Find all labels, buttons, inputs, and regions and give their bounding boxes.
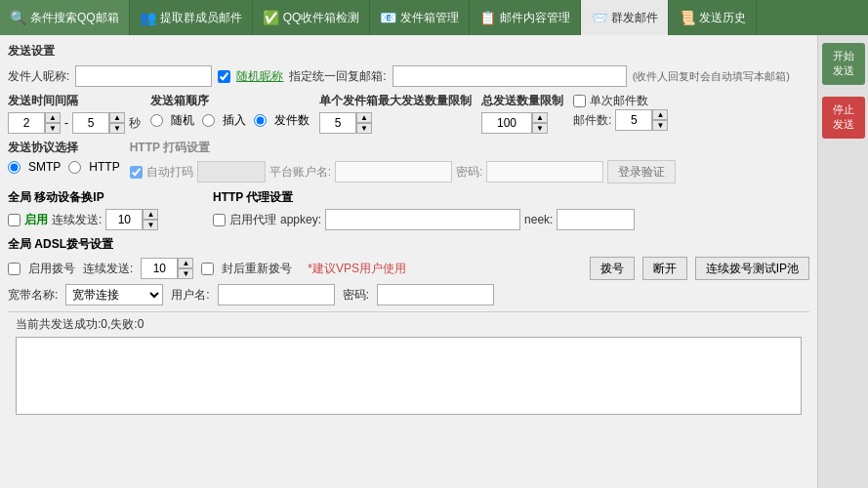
interval-from-btns: ▲ ▼ — [45, 112, 61, 134]
order-sendcount-label: 发件数 — [274, 112, 310, 129]
content-icon: 📋 — [479, 10, 496, 25]
http-settings-col: HTTP 打码设置 自动打码 平台账户名: 密码: 登录验证 — [130, 140, 809, 183]
stop-send-btn[interactable]: 停止发送 — [822, 97, 865, 139]
max-input[interactable] — [319, 112, 356, 134]
http-platform-input[interactable] — [335, 161, 452, 183]
order-insert-radio[interactable] — [202, 114, 215, 127]
status-text: 当前共发送成功:0,失败:0 — [16, 317, 144, 331]
adsl-test-btn[interactable]: 连续拨号测试IP池 — [695, 257, 809, 280]
interval-from-spinner: ▲ ▼ — [8, 112, 61, 134]
right-sidebar: 开始发送 停止发送 — [817, 35, 868, 488]
adsl-row2: 宽带名称: 宽带连接 用户名: 密码: — [8, 284, 809, 305]
outbox-icon: 📧 — [380, 10, 396, 25]
tab-search-label: 条件搜索QQ邮箱 — [30, 10, 119, 26]
adsl-enable-checkbox[interactable] — [8, 263, 21, 275]
http-login-btn[interactable]: 登录验证 — [607, 160, 676, 183]
status-bar: 当前共发送成功:0,失败:0 — [8, 311, 809, 337]
proxy-col: HTTP 代理设置 启用代理 appkey: neek: — [213, 189, 809, 230]
adsl-continuous-down[interactable]: ▼ — [178, 268, 193, 279]
random-label[interactable]: 随机昵称 — [236, 68, 283, 85]
proxy-enable-checkbox[interactable] — [213, 214, 226, 226]
mobile-continuous-down[interactable]: ▼ — [143, 220, 158, 230]
settings-row: 发送时间间隔 ▲ ▼ - ▲ ▼ — [8, 93, 809, 134]
adsl-continuous-input[interactable] — [141, 258, 178, 279]
http-password-input[interactable] — [486, 161, 603, 183]
order-sendcount-radio[interactable] — [254, 114, 267, 127]
single-count-input[interactable] — [615, 109, 652, 131]
order-random-label: 随机 — [171, 112, 194, 129]
adsl-redial-checkbox[interactable] — [201, 263, 214, 275]
protocol-http-radio[interactable] — [68, 161, 81, 174]
single-count-up[interactable]: ▲ — [652, 109, 668, 120]
mobile-continuous-up[interactable]: ▲ — [143, 209, 158, 220]
interval-to-input[interactable] — [72, 112, 109, 134]
tab-content[interactable]: 📋 邮件内容管理 — [470, 0, 581, 35]
total-spinner: ▲ ▼ — [481, 112, 563, 134]
adsl-password-input[interactable] — [377, 284, 494, 305]
max-spinner: ▲ ▼ — [319, 112, 472, 134]
order-radios: 随机 插入 发件数 — [150, 112, 310, 129]
http-platform-display — [197, 161, 266, 183]
interval-to-up[interactable]: ▲ — [109, 112, 125, 123]
tab-check[interactable]: ✅ QQ收件箱检测 — [253, 0, 371, 35]
proxy-neek-input[interactable] — [557, 209, 635, 230]
group-icon: 📨 — [591, 10, 607, 25]
order-col: 发送箱顺序 随机 插入 发件数 — [150, 93, 310, 129]
tab-history[interactable]: 📜 发送历史 — [669, 0, 757, 35]
proxy-neek-label: neek: — [524, 213, 553, 226]
total-col: 总发送数量限制 ▲ ▼ — [481, 93, 563, 134]
total-input[interactable] — [481, 112, 532, 134]
log-area[interactable] — [16, 337, 802, 415]
order-random-radio[interactable] — [150, 114, 163, 127]
protocol-row: 发送协议选择 SMTP HTTP HTTP 打码设置 自动打码 平台账户名: — [8, 140, 809, 183]
proxy-row: 启用代理 appkey: neek: — [213, 209, 809, 230]
total-down[interactable]: ▼ — [532, 123, 548, 134]
adsl-redial-label: 封后重新拨号 — [222, 261, 292, 277]
tab-outbox[interactable]: 📧 发件箱管理 — [370, 0, 470, 35]
total-up[interactable]: ▲ — [532, 112, 548, 123]
sender-input[interactable] — [75, 65, 212, 87]
adsl-disconnect-btn[interactable]: 断开 — [642, 257, 687, 280]
protocol-col: 发送协议选择 SMTP HTTP — [8, 140, 120, 183]
mobile-title: 全局 移动设备换IP — [8, 189, 203, 206]
http-password-label: 密码: — [456, 164, 482, 181]
tab-fetch[interactable]: 👥 提取群成员邮件 — [130, 0, 253, 35]
single-count-row: 邮件数: ▲ ▼ — [573, 109, 668, 131]
random-checkbox[interactable] — [218, 70, 230, 83]
adsl-enable-label: 启用拨号 — [28, 261, 75, 277]
interval-to-spinner: ▲ ▼ — [72, 112, 125, 134]
adsl-dial-btn[interactable]: 拨号 — [590, 257, 635, 280]
main-area: 发送设置 发件人昵称: 随机昵称 指定统一回复邮箱: (收件人回复时会自动填写本… — [0, 35, 868, 488]
interval-col: 发送时间间隔 ▲ ▼ - ▲ ▼ — [8, 93, 141, 134]
start-send-btn[interactable]: 开始发送 — [822, 43, 865, 85]
adsl-isp-select[interactable]: 宽带连接 — [65, 284, 163, 305]
tab-group[interactable]: 📨 群发邮件 — [581, 0, 669, 35]
tab-search[interactable]: 🔍 条件搜索QQ邮箱 — [0, 0, 130, 35]
interval-from-input[interactable] — [8, 112, 45, 134]
mobile-enable-label: 启用 — [24, 212, 48, 228]
top-navigation: 🔍 条件搜索QQ邮箱 👥 提取群成员邮件 ✅ QQ收件箱检测 📧 发件箱管理 📋… — [0, 0, 868, 35]
adsl-continuous-up[interactable]: ▲ — [178, 258, 193, 268]
single-checkbox[interactable] — [573, 95, 586, 107]
reply-input[interactable] — [393, 65, 627, 87]
http-settings-title: HTTP 打码设置 — [130, 140, 809, 156]
http-auto-checkbox[interactable] — [130, 166, 143, 179]
interval-to-down[interactable]: ▼ — [109, 123, 125, 134]
proxy-appkey-label: appkey: — [280, 213, 321, 226]
max-down[interactable]: ▼ — [356, 123, 372, 134]
interval-from-up[interactable]: ▲ — [45, 112, 61, 123]
protocol-smtp-radio[interactable] — [8, 161, 21, 174]
search-icon: 🔍 — [10, 10, 26, 25]
single-count-down[interactable]: ▼ — [652, 120, 668, 131]
mobile-continuous-input[interactable] — [105, 209, 143, 230]
max-up[interactable]: ▲ — [356, 112, 372, 123]
proxy-appkey-input[interactable] — [325, 209, 520, 230]
adsl-continuous-label: 连续发送: — [83, 261, 133, 277]
adsl-user-input[interactable] — [218, 284, 335, 305]
http-platform-label: 平台账户名: — [269, 164, 331, 181]
adsl-section: 全局 ADSL拨号设置 启用拨号 连续发送: ▲ ▼ 封后重新拨号 *建议VPS… — [8, 236, 809, 305]
single-checkbox-row: 单次邮件数 — [573, 93, 668, 109]
mobile-enable-checkbox[interactable] — [8, 214, 21, 226]
adsl-password-label: 密码: — [343, 287, 369, 304]
interval-from-down[interactable]: ▼ — [45, 123, 61, 134]
